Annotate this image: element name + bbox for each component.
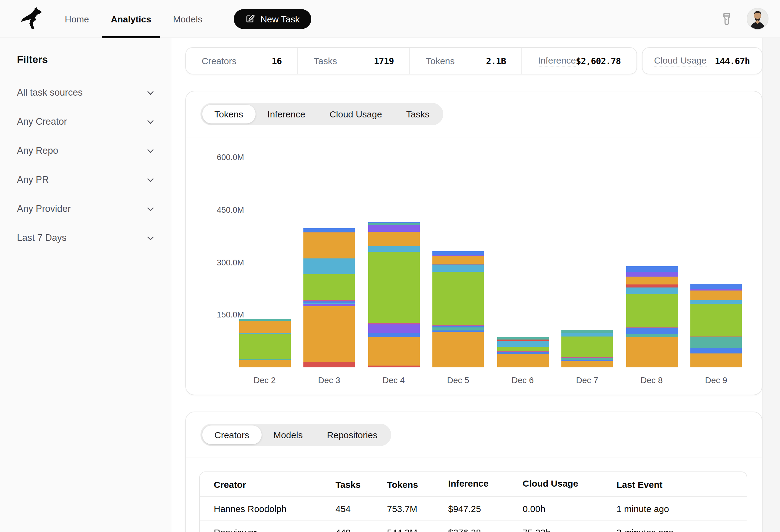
filter-item-3[interactable]: Any PR: [17, 165, 159, 194]
chart-tabs-row: TokensInferenceCloud UsageTasks: [186, 91, 762, 138]
filter-label: Any PR: [17, 174, 49, 185]
bar-segment-orange: [626, 277, 677, 284]
bar-segment-orange: [497, 354, 548, 367]
filter-label: Any Provider: [17, 203, 70, 214]
stacked-bar-dec-7[interactable]: [562, 329, 613, 367]
tab-repositories[interactable]: Repositories: [315, 425, 390, 444]
x-axis-label: Dec 8: [626, 375, 677, 385]
bar-segment-skyblue: [690, 300, 742, 304]
cell-last_event: 3 minutes ago: [617, 527, 747, 532]
chart-tabs: TokensInferenceCloud UsageTasks: [200, 103, 443, 125]
cell-tasks: 440: [336, 527, 387, 532]
stat-value: 144.67h: [715, 56, 750, 66]
cell-inference: $376.28: [448, 527, 523, 532]
bar-segment-blue: [303, 228, 355, 232]
flashlight-icon[interactable]: [718, 10, 736, 28]
filter-item-0[interactable]: All task sources: [17, 78, 159, 107]
y-axis-tick: 150.0M: [186, 311, 244, 320]
column-header-cloud-usage[interactable]: Cloud Usage: [523, 478, 617, 490]
stacked-bar-dec-5[interactable]: [432, 251, 484, 367]
cell-creator: Rooviewer: [214, 527, 336, 532]
cloud-usage-card: Cloud Usage144.67h: [642, 47, 763, 74]
filter-item-4[interactable]: Any Provider: [17, 194, 159, 223]
scroll-gutter[interactable]: [763, 38, 780, 532]
stats-card: Creators16Tasks1719Tokens2.1BInference$2…: [185, 47, 637, 74]
bar-segment-blue: [626, 266, 677, 272]
tab-tokens[interactable]: Tokens: [202, 105, 255, 123]
y-axis-tick: 600.0M: [186, 153, 244, 162]
cell-creator: Hannes Roodolph: [214, 503, 336, 514]
nav-item-home[interactable]: Home: [61, 0, 93, 38]
bar-segment-orange: [368, 232, 420, 247]
bar-segment-orange: [239, 360, 290, 367]
app-window: HomeAnalyticsModels New Task: [0, 0, 780, 532]
bar-segment-purple: [368, 225, 420, 232]
column-header-tokens: Tokens: [387, 479, 448, 489]
bar-segment-orange: [303, 233, 355, 259]
tab-cloud-usage[interactable]: Cloud Usage: [317, 105, 394, 123]
stat-creators: Creators16: [186, 48, 297, 74]
bar-segment-orange: [368, 337, 420, 366]
bar-segment-red: [303, 362, 355, 368]
column-header-tasks: Tasks: [336, 479, 387, 489]
stacked-bar-dec-3[interactable]: [303, 228, 355, 367]
table-body: Hannes Roodolph454753.7M$947.250.00h1 mi…: [200, 496, 747, 532]
filter-item-5[interactable]: Last 7 Days: [17, 223, 159, 252]
nav-item-analytics[interactable]: Analytics: [107, 0, 155, 38]
list-tabs: CreatorsModelsRepositories: [200, 424, 392, 446]
stat-label[interactable]: Inference: [538, 55, 576, 67]
bar-segment-blue: [690, 284, 742, 289]
tab-inference[interactable]: Inference: [255, 105, 317, 123]
tab-models[interactable]: Models: [261, 425, 315, 444]
chevron-down-icon: [146, 88, 155, 97]
filters-title: Filters: [17, 54, 159, 66]
avatar[interactable]: [747, 8, 769, 30]
bar-segment-skyblue: [432, 265, 484, 272]
tab-creators[interactable]: Creators: [202, 425, 261, 444]
filters-sidebar: Filters All task sourcesAny CreatorAny R…: [0, 38, 172, 532]
bar-segment-orange: [432, 256, 484, 264]
new-task-button[interactable]: New Task: [234, 9, 311, 29]
cell-last_event: 1 minute ago: [617, 503, 747, 514]
stacked-bar-dec-8[interactable]: [626, 266, 677, 367]
x-axis-label: Dec 3: [303, 375, 355, 385]
bar-segment-teal: [432, 327, 484, 330]
stats-row: Creators16Tasks1719Tokens2.1BInference$2…: [185, 47, 763, 74]
bar-segment-orange: [562, 361, 613, 367]
stat-label: Creators: [202, 56, 237, 66]
bar-segment-green: [562, 336, 613, 357]
chevron-down-icon: [146, 146, 155, 155]
bar-segment-teal: [690, 337, 742, 348]
x-axis-label: Dec 7: [562, 375, 613, 385]
stacked-bar-dec-4[interactable]: [368, 222, 420, 367]
nav-item-models[interactable]: Models: [169, 0, 206, 38]
chevron-down-icon: [146, 233, 155, 243]
filter-item-1[interactable]: Any Creator: [17, 107, 159, 136]
stacked-bar-dec-9[interactable]: [690, 284, 742, 367]
kangaroo-logo[interactable]: [20, 7, 44, 31]
stat-label: Tokens: [426, 56, 455, 66]
bar-segment-skyblue: [562, 333, 613, 336]
stacked-bar-dec-2[interactable]: [239, 319, 290, 367]
table-row[interactable]: Rooviewer440544.3M$376.2875.23h3 minutes…: [200, 520, 747, 532]
column-header-label: Cloud Usage: [523, 478, 578, 490]
x-axis-label: Dec 9: [690, 375, 742, 385]
new-task-label: New Task: [260, 14, 300, 24]
filter-label: Any Repo: [17, 145, 58, 156]
y-axis-tick: 300.0M: [186, 258, 244, 267]
stat-value: $2,602.78: [576, 56, 621, 66]
column-header-last-event: Last Event: [617, 479, 747, 489]
column-header-creator: Creator: [214, 479, 336, 489]
creators-table: CreatorTasksTokensInferenceCloud UsageLa…: [199, 472, 747, 532]
filter-item-2[interactable]: Any Repo: [17, 136, 159, 165]
stat-value: 1719: [374, 56, 394, 66]
filter-label: Any Creator: [17, 116, 67, 127]
tab-tasks[interactable]: Tasks: [394, 105, 442, 123]
column-header-label: Last Event: [617, 479, 663, 489]
stacked-bar-dec-6[interactable]: [497, 337, 548, 367]
cell-tasks: 454: [336, 503, 387, 514]
chevron-down-icon: [146, 204, 155, 213]
table-row[interactable]: Hannes Roodolph454753.7M$947.250.00h1 mi…: [200, 496, 747, 520]
column-header-inference[interactable]: Inference: [448, 478, 523, 490]
stat-label[interactable]: Cloud Usage: [654, 55, 706, 67]
